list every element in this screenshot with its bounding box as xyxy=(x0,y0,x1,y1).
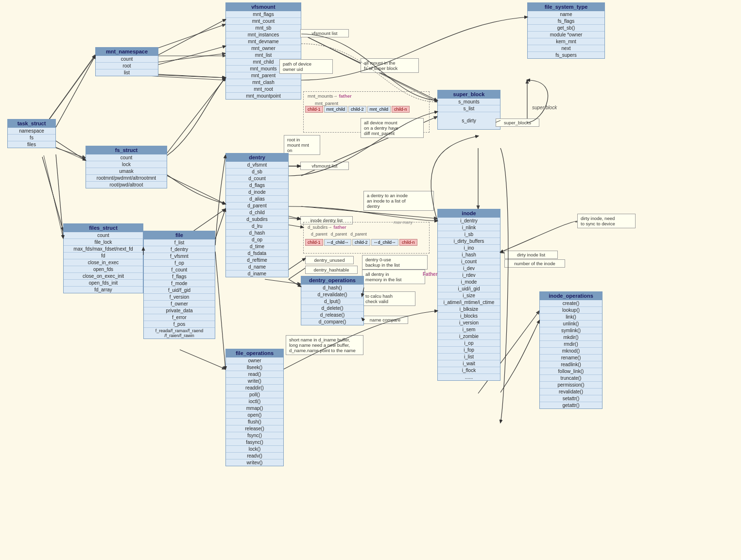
fops-field-13: lock() xyxy=(226,446,283,453)
i-field-21: i_wait xyxy=(438,360,500,367)
vfsmount-field-6: mnt_list xyxy=(226,52,301,59)
svg-line-2 xyxy=(44,155,63,238)
mnt-namespace-title: mnt_namespace xyxy=(96,48,158,56)
d-field-11: d_op xyxy=(226,237,288,243)
i-field-0: i_dentry xyxy=(438,218,500,224)
dops-field-2: d_lput() xyxy=(301,298,363,305)
dentry-title: dentry xyxy=(226,153,288,162)
d-field-0: d_vfsmnt xyxy=(226,162,288,169)
iops-field-2: link() xyxy=(540,314,602,321)
fops-field-15: writev() xyxy=(226,459,283,466)
fstruct-field-6: close_on_exec_init xyxy=(64,273,143,280)
i-field-12: i_atime/i_mtime/i_ctime xyxy=(438,299,500,306)
i-field-7: i_dev xyxy=(438,265,500,272)
file-field-6: f_mode xyxy=(144,280,215,287)
dops-field-1: d_revalidate() xyxy=(301,291,363,298)
iops-field-7: mknod() xyxy=(540,348,602,355)
file-ops-title: file_operations xyxy=(226,349,283,357)
vfsmount-field-3: mnt_instances xyxy=(226,32,301,38)
d-field-9: d_lru xyxy=(226,223,288,230)
path-device-note: path of deviceowner uid xyxy=(279,59,333,74)
d-field-3: d_flags xyxy=(226,182,288,189)
d-field-16: d_iname xyxy=(226,271,288,277)
fs-struct-box: fs_struct count lock umask rootmnt/pwdmn… xyxy=(86,146,167,188)
iops-field-3: unlink() xyxy=(540,321,602,327)
i-field-4: i_ino xyxy=(438,245,500,252)
fst-field-0: name xyxy=(528,11,604,18)
root-in-mount-note: root inmount mnton xyxy=(284,135,320,155)
sb-field-0: s_mounts xyxy=(438,99,500,105)
super-block-label: super block xyxy=(532,105,557,110)
fops-field-10: release() xyxy=(226,425,283,432)
fops-field-9: flush() xyxy=(226,419,283,425)
fss-field-4: root/pwd/altroot xyxy=(86,182,167,188)
fstruct-field-8: fd_array xyxy=(64,287,143,293)
dirty-inode-note: dirty inode, needto sync to device xyxy=(577,214,636,228)
d-parent-labels: d_parent d_parent d_parent xyxy=(311,232,367,237)
fops-field-11: fsync() xyxy=(226,432,283,439)
fops-field-1: llseek() xyxy=(226,364,283,371)
super-blocks-note: super_blocks xyxy=(496,119,539,127)
task-struct-box: task_struct namespace fs files xyxy=(7,119,56,148)
fops-field-14: readv() xyxy=(226,453,283,459)
to-calcu-hash-note: to calcu hashcheck valid xyxy=(362,291,415,306)
i-field-11: i_size xyxy=(438,292,500,299)
fst-field-2: get_sb() xyxy=(528,25,604,32)
file-field-12: f_pos xyxy=(144,321,215,328)
i-field-15: i_version xyxy=(438,320,500,326)
fs-struct-title: fs_struct xyxy=(86,146,167,154)
i-field-23: ...... xyxy=(438,374,500,380)
i-field-10: i_uid/i_gid xyxy=(438,286,500,292)
diagram-container: vfsmount mnt_flags mnt_count mnt_sb mnt_… xyxy=(0,0,741,560)
files-struct-box: files_struct count file_lock max_fds/max… xyxy=(63,223,143,293)
fops-field-12: fasync() xyxy=(226,439,283,446)
dentry-0use-note: dentry 0-usebackup in the list xyxy=(362,255,428,270)
super-block-title: super_block xyxy=(438,90,500,99)
fst-field-4: kern_mnt xyxy=(528,38,604,45)
dops-field-5: d_compare() xyxy=(301,319,363,325)
iops-field-1: lookup() xyxy=(540,307,602,314)
child-row-1: child-1 mnt_child child-2 mnt_child chil… xyxy=(305,106,410,113)
i-field-8: i_rdev xyxy=(438,272,500,279)
d-field-15: d_name xyxy=(226,264,288,271)
file-field-3: f_op xyxy=(144,260,215,267)
vfsmount-field-1: mnt_count xyxy=(226,18,301,25)
vfsmount-title: vfsmount xyxy=(226,3,301,11)
i-field-18: i_op xyxy=(438,340,500,347)
fops-field-0: owner xyxy=(226,357,283,364)
dentry-hashtable-note: dentry_hashtable xyxy=(305,266,358,274)
vfsmount-field-0: mnt_flags xyxy=(226,11,301,18)
fops-field-5: poll() xyxy=(226,391,283,398)
fstruct-field-3: fd xyxy=(64,253,143,259)
ts-field-2: files xyxy=(8,141,55,148)
all-mount-note: all mount in thefs of super block xyxy=(361,58,419,73)
fss-field-0: count xyxy=(86,154,167,161)
vfsmount-field-2: mnt_sb xyxy=(226,25,301,32)
d-subdirs-label: d_subdirs→ father xyxy=(308,224,346,230)
file-system-type-box: file_system_type name fs_flags get_sb() … xyxy=(527,2,605,59)
d-field-2: d_count xyxy=(226,175,288,182)
i-field-14: i_blocks xyxy=(438,313,500,320)
inode-ops-title: inode_operations xyxy=(540,292,602,300)
file-operations-box: file_operations owner llseek() read() wr… xyxy=(225,349,284,466)
sb-field-1: s_list xyxy=(438,105,500,112)
fstruct-field-2: max_fds/max_fdset/next_fd xyxy=(64,246,143,253)
dirty-inode-list-note: dirty inode list xyxy=(504,251,558,259)
i-field-9: i_mode xyxy=(438,279,500,286)
d-field-4: d_inode xyxy=(226,189,288,196)
dops-field-0: d_hash() xyxy=(301,285,363,291)
fops-field-2: read() xyxy=(226,371,283,378)
fst-field-5: next xyxy=(528,45,604,52)
vfsmount-field-5: mnt_owner xyxy=(226,45,301,52)
fops-field-4: readdir() xyxy=(226,385,283,391)
task-struct-title: task_struct xyxy=(8,119,55,128)
i-field-3: i_dirty_buffers xyxy=(438,238,500,245)
d-field-1: d_sb xyxy=(226,169,288,175)
i-field-20: i_list xyxy=(438,354,500,360)
file-system-type-title: file_system_type xyxy=(528,3,604,11)
i-field-6: i_count xyxy=(438,258,500,265)
dentry-unused-note: dentry_unused xyxy=(305,256,354,264)
i-field-5: i_hash xyxy=(438,252,500,258)
d-field-8: d_subdirs xyxy=(226,216,288,223)
file-field-11: f_error xyxy=(144,314,215,321)
